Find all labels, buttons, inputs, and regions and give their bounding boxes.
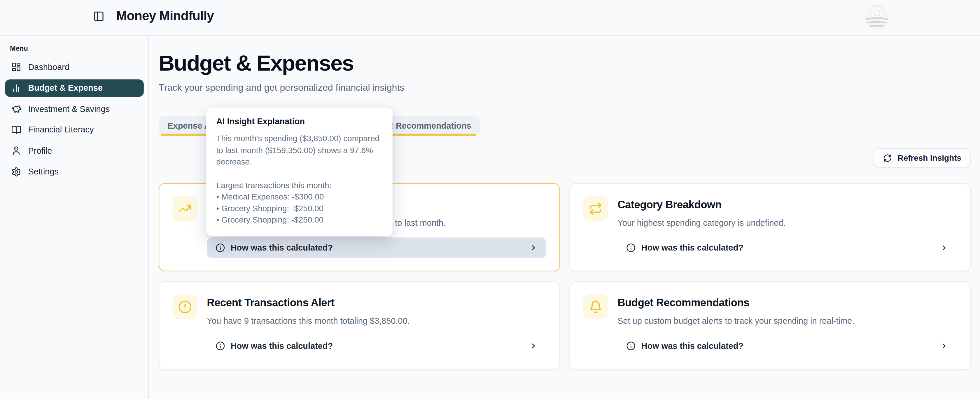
alert-circle-icon [178,300,192,314]
sidebar-item-label: Dashboard [28,62,69,72]
ai-insight-tooltip: AI Insight Explanation This month's spen… [206,108,393,236]
page-subtitle: Track your spending and get personalized… [159,82,404,92]
sidebar-item-investment-savings[interactable]: Investment & Savings [5,100,144,118]
bar-chart-icon [11,83,21,93]
top-header: Money Mindfully [0,0,980,36]
chevron-right-icon [530,244,538,252]
card-description: Your highest spending category is undefi… [617,218,786,227]
card-title: Recent Transactions Alert [207,297,334,310]
refresh-insights-button[interactable]: Refresh Insights [874,148,970,167]
chevron-right-icon [940,244,948,252]
info-icon [626,243,636,253]
dashboard-icon [11,62,21,72]
sidebar-item-budget-expense[interactable]: Budget & Expense [5,79,144,97]
app: Money Mindfully [0,0,980,399]
how-calculated-button[interactable]: How was this calculated? [617,237,957,258]
ai-tooltip-list-intro: Largest transactions this month: [216,180,382,191]
ai-tooltip-bullet: • Medical Expenses: -$300.00 [216,191,382,203]
how-calculated-button[interactable]: How was this calculated? [207,237,546,258]
card-icon-tile [172,294,197,320]
ai-tooltip-bullet: • Grocery Shopping: -$250.00 [216,203,382,215]
card-description: You have 9 transactions this month total… [207,316,409,326]
sidebar-item-label: Financial Literacy [28,125,94,135]
bell-icon [589,300,603,314]
chevron-right-icon [940,342,948,350]
info-icon [216,243,225,253]
user-avatar[interactable] [865,5,889,29]
card-recent-transactions-alert: Recent Transactions Alert You have 9 tra… [159,281,560,370]
info-icon [626,341,636,351]
sidebar-item-settings[interactable]: Settings [5,163,144,181]
gear-icon [11,167,21,177]
card-title: Category Breakdown [617,199,722,211]
card-icon-tile [583,294,608,320]
book-open-icon [11,125,21,135]
repeat-icon [589,202,603,216]
sidebar-menu-label: Menu [10,45,28,52]
app-title: Money Mindfully [116,8,214,23]
sidebar-toggle-button[interactable] [93,11,104,22]
sidebar-item-label: Settings [28,167,59,176]
sidebar-item-label: Budget & Expense [28,83,103,93]
ai-tooltip-bullet: • Grocery Shopping: -$250.00 [216,215,382,226]
sidebar-nav: Dashboard Budget & Expense Investme [5,58,144,184]
card-title: Budget Recommendations [617,297,749,310]
how-calculated-label: How was this calculated? [231,341,333,351]
ai-tooltip-title: AI Insight Explanation [216,117,382,126]
card-icon-tile [583,196,608,221]
how-calculated-label: How was this calculated? [641,341,743,351]
refresh-icon [883,153,892,162]
avatar-photo [865,5,889,29]
ai-tooltip-spacer [216,168,382,180]
info-icon [216,341,225,351]
how-calculated-button[interactable]: How was this calculated? [207,336,546,356]
sidebar-item-dashboard[interactable]: Dashboard [5,58,144,76]
piggy-bank-icon [11,104,21,114]
card-category-breakdown: Category Breakdown Your highest spending… [570,183,970,271]
sidebar-item-label: Profile [28,146,52,156]
sidebar-item-financial-literacy[interactable]: Financial Literacy [5,121,144,139]
card-icon-tile [172,196,197,221]
how-calculated-label: How was this calculated? [641,243,743,253]
card-description-fragment: to last month. [395,218,445,227]
how-calculated-label: How was this calculated? [231,243,333,253]
main-content: Budget & Expenses Track your spending an… [149,36,980,399]
chevron-right-icon [530,342,538,350]
panel-left-icon [93,11,104,22]
refresh-insights-label: Refresh Insights [897,153,961,162]
sidebar: Menu Dashboard Budget & Expense [0,36,149,399]
page-title: Budget & Expenses [159,51,353,76]
ai-tooltip-paragraph: This month's spending ($3,850.00) compar… [216,133,382,168]
how-calculated-button[interactable]: How was this calculated? [617,336,957,356]
sidebar-item-profile[interactable]: Profile [5,142,144,159]
card-budget-recommendations: Budget Recommendations Set up custom bud… [570,281,970,370]
trending-up-icon [178,202,192,216]
card-description: Set up custom budget alerts to track you… [617,316,854,326]
sidebar-item-label: Investment & Savings [28,104,110,113]
user-icon [11,146,21,156]
